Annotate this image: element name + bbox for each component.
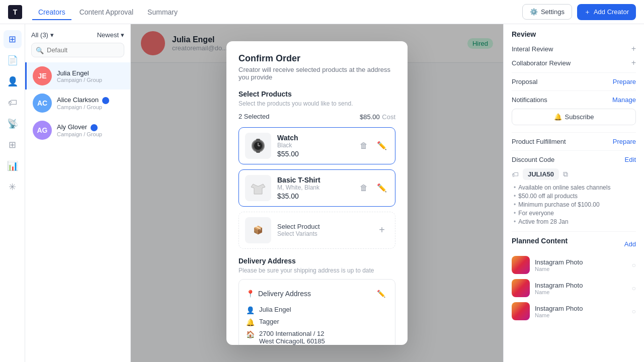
bell-icon: 🔔: [246, 318, 255, 326]
app-logo: T: [8, 5, 22, 19]
proposal-action[interactable]: Prepare: [613, 78, 636, 85]
divider-4: [512, 150, 636, 151]
table-icon[interactable]: ⊞: [4, 136, 22, 154]
product-price-tshirt: $35.00: [277, 192, 351, 200]
notifications-action[interactable]: Manage: [612, 96, 636, 104]
divider-2: [512, 90, 636, 91]
content-type-0: Instagram Photo: [535, 258, 583, 266]
main-layout: ⊞ 📄 👤 🏷 📡 ⊞ 📊 ✳ All (3) ▾ Newest ▾ 🔍 JE: [0, 24, 644, 362]
delete-tshirt-button[interactable]: 🗑: [357, 181, 371, 195]
delivery-street: 🏠 2700 International / 12 West ChicagoIL…: [246, 330, 388, 345]
bell-sub-icon: 🔔: [554, 113, 562, 121]
top-navigation: T Creators Content Approval Summary ⚙️ S…: [0, 0, 644, 24]
avatar-julia: JE: [33, 66, 52, 85]
creator-sub: Campaign / Group: [57, 77, 124, 83]
people-icon[interactable]: 👤: [4, 72, 22, 90]
select-products-label: Select Products: [238, 90, 395, 98]
svg-rect-4: [256, 139, 260, 141]
product-name-tshirt: Basic T-Shirt: [277, 176, 351, 184]
broadcast-icon[interactable]: 📡: [4, 115, 22, 133]
nav-tabs: Creators Content Approval Summary: [32, 5, 522, 20]
delete-watch-button[interactable]: 🗑: [357, 139, 371, 153]
icon-sidebar: ⊞ 📄 👤 🏷 📡 ⊞ 📊 ✳: [0, 24, 25, 362]
tag-icon[interactable]: 🏷: [4, 94, 22, 112]
creators-panel: All (3) ▾ Newest ▾ 🔍 JE Julia Engel Camp…: [25, 24, 131, 362]
avatar-aly: AG: [33, 121, 52, 140]
add-product-label: Select Product: [277, 223, 320, 230]
creator-item-julia[interactable]: JE Julia Engel Campaign / Group: [25, 62, 130, 89]
add-product-thumb: 📦: [245, 217, 271, 243]
edit-tshirt-button[interactable]: ✏️: [375, 181, 389, 195]
package-icon: 📦: [253, 225, 263, 235]
gear-icon: ⚙️: [530, 8, 538, 16]
confirm-order-modal: Confirm Order Creator will receive selec…: [226, 41, 408, 345]
verified-badge: [102, 97, 109, 104]
edit-watch-button[interactable]: ✏️: [375, 139, 389, 153]
add-product-button[interactable]: +: [375, 223, 389, 237]
tab-creators[interactable]: Creators: [32, 5, 71, 20]
content-check-2: ○: [632, 307, 636, 315]
add-product-card[interactable]: 📦 Select Product Select Variants +: [238, 212, 395, 249]
cost-label-text: Cost: [382, 113, 395, 121]
copy-icon[interactable]: ⧉: [563, 170, 568, 178]
delivery-label: Delivery Address: [238, 257, 395, 265]
sort-chevron-icon: ▾: [121, 31, 124, 39]
delivery-box: 📍 Delivery Address ✏️ 👤 Julia Engel: [238, 279, 395, 345]
discount-code-label: Discount Code: [512, 156, 554, 163]
creator-item-aly[interactable]: AG Aly Glover Campaign / Group: [25, 117, 130, 144]
content-item-2: Instagram Photo Name ○: [512, 302, 636, 320]
creator-item-alice[interactable]: AC Alice Clarkson Campaign / Group: [25, 89, 130, 117]
filter-button[interactable]: All (3) ▾: [31, 31, 54, 39]
internal-review-add[interactable]: +: [631, 44, 636, 53]
tab-content-approval[interactable]: Content Approval: [73, 5, 139, 20]
collaborator-review-add[interactable]: +: [631, 58, 636, 67]
delivery-address-title: 📍 Delivery Address: [246, 290, 311, 298]
edit-delivery-button[interactable]: ✏️: [374, 287, 388, 301]
product-fulfillment-action[interactable]: Prepare: [613, 138, 636, 145]
nav-actions: ⚙️ Settings ＋ Add Creator: [522, 4, 636, 20]
add-creator-button[interactable]: ＋ Add Creator: [577, 4, 636, 20]
instagram-thumb-2: [512, 302, 530, 320]
collaborator-review-label: Collaborator Review: [512, 59, 571, 67]
selected-row: 2 Selected $85.00 Cost: [238, 112, 395, 121]
sort-label: Newest: [97, 31, 119, 39]
tab-summary[interactable]: Summary: [141, 5, 184, 20]
planned-content-add[interactable]: Add: [624, 240, 636, 248]
product-name-watch: Watch: [277, 134, 351, 142]
discount-details: Available on online sales channels $50.0…: [512, 184, 636, 225]
country-val: United States: [259, 345, 325, 345]
product-card-tshirt: Basic T-Shirt M, White, Blank $35.00 🗑 ✏…: [238, 169, 395, 207]
search-input[interactable]: [31, 43, 124, 57]
plus-icon: ＋: [584, 8, 591, 17]
sort-button[interactable]: Newest ▾: [97, 31, 124, 39]
planned-content-header: Planned Content Add: [512, 237, 636, 251]
discount-code-action[interactable]: Edit: [625, 156, 636, 163]
total-cost: $85.00: [360, 113, 380, 121]
product-thumb-watch: [245, 133, 271, 159]
product-variant-tshirt: M, White, Blank: [277, 184, 351, 191]
content-sub-0: Name: [535, 266, 583, 272]
settings-button[interactable]: ⚙️ Settings: [522, 4, 572, 20]
creator-sub: Campaign / Group: [57, 131, 124, 137]
panel-header: All (3) ▾ Newest ▾: [25, 29, 130, 43]
street-val: 2700 International / 12: [259, 330, 325, 337]
notifications-row: Notifications Manage: [512, 96, 636, 104]
content-check-0: ○: [632, 261, 636, 269]
chart-icon[interactable]: 📊: [4, 157, 22, 175]
discount-code-value: JULIA50: [523, 168, 559, 180]
proposal-label: Proposal: [512, 78, 537, 85]
content-sub-1: Name: [535, 289, 583, 295]
creator-name: Aly Glover: [57, 123, 124, 131]
settings-side-icon[interactable]: ✳: [4, 178, 22, 196]
subscribe-button[interactable]: 🔔 Subscribe: [512, 109, 636, 125]
verified-badge: [91, 124, 98, 131]
home-icon[interactable]: ⊞: [4, 30, 22, 48]
planned-content-label: Planned Content: [512, 237, 568, 245]
svg-rect-5: [256, 150, 260, 153]
delivery-name: 👤 Julia Engel: [246, 306, 388, 314]
discount-section: Discount Code Edit 🏷 JULIA50 ⧉ Available…: [512, 156, 636, 225]
watch-image: [249, 137, 267, 155]
modal-subtitle: Creator will receive selected products a…: [238, 66, 395, 81]
document-icon[interactable]: 📄: [4, 51, 22, 69]
delivery-fields: 👤 Julia Engel 🔔 Tagger 🏠 2700 Internat: [246, 306, 388, 345]
